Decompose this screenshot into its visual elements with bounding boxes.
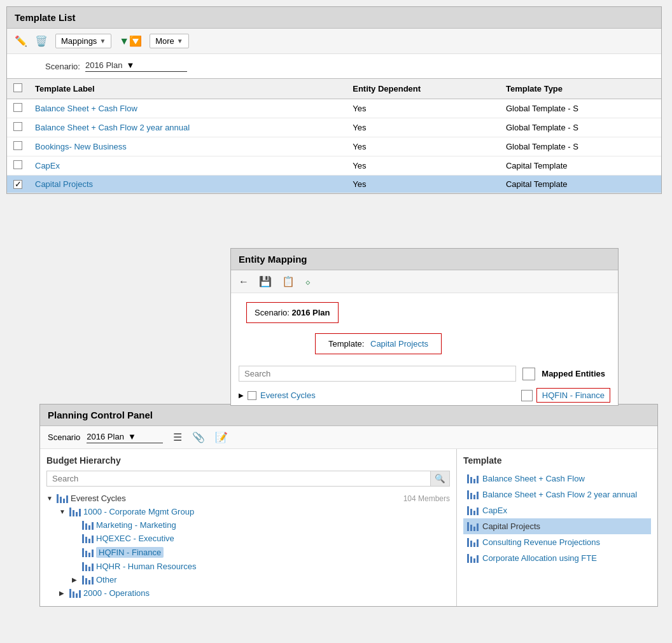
hqhr-label[interactable]: HQHR - Human Resources: [96, 562, 197, 571]
template-label-link[interactable]: Balance Sheet + Cash Flow 2 year annual: [35, 123, 190, 132]
template-list-item[interactable]: Balance Sheet + Cash Flow 2 year annual: [463, 487, 651, 502]
em-mapped-checkbox[interactable]: [521, 390, 533, 401]
header-checkbox-cell: [7, 79, 29, 99]
template-list-toolbar: ✏️ 🗑️ Mappings ▼ ▼🔽 More ▼: [7, 29, 661, 54]
root-members: 104 Members: [403, 494, 450, 503]
template-list-title: Template List: [7, 7, 661, 29]
root-arrow[interactable]: ▼: [46, 495, 54, 502]
em-mapped-entity[interactable]: HQFIN - Finance: [536, 388, 610, 403]
em-scenario-bar: Scenario: 2016 Plan: [246, 302, 339, 323]
pcp-scenario-select[interactable]: 2016 Plan ▼: [87, 432, 163, 443]
operations-arrow[interactable]: ▶: [59, 590, 67, 597]
row-checkbox[interactable]: [13, 141, 22, 150]
em-template-label: Template:: [328, 339, 364, 349]
table-row[interactable]: ✓ Capital Projects Yes Capital Template: [7, 176, 661, 193]
em-template-value: Capital Projects: [370, 339, 428, 349]
operations-icon: [69, 589, 81, 598]
em-filter-icon[interactable]: ⬦: [305, 276, 311, 287]
pcp-scenario-arrow[interactable]: ▼: [128, 432, 136, 441]
budget-search-input[interactable]: [47, 471, 430, 486]
pcp-edit-icon[interactable]: 📝: [215, 431, 228, 443]
em-delete-icon[interactable]: 📋: [282, 275, 295, 287]
tree-hqfin[interactable]: HQFIN - Finance: [72, 545, 450, 560]
tree-operations[interactable]: ▶ 2000 - Operations: [59, 586, 450, 600]
template-type: Global Template - S: [500, 118, 661, 137]
template-label-link[interactable]: Balance Sheet + Cash Flow: [35, 104, 137, 113]
marketing-label[interactable]: Marketing - Marketing: [96, 520, 176, 530]
scenario-label: Scenario:: [45, 62, 80, 71]
pcp-list-icon[interactable]: ☰: [173, 431, 182, 443]
template-item-label: Consulting Revenue Projections: [482, 537, 600, 547]
template-label-link[interactable]: CapEx: [35, 161, 60, 170]
template-type: Global Template - S: [500, 137, 661, 156]
scenario-select[interactable]: 2016 Plan ▼: [85, 60, 187, 72]
entity-mapping-toolbar: ← 💾 📋 ⬦: [231, 270, 618, 293]
template-label-link[interactable]: Bookings- New Business: [35, 142, 127, 151]
tree-corp-mgmt[interactable]: ▼ 1000 - Corporate Mgmt Group: [59, 505, 450, 518]
tree-hqexec[interactable]: HQEXEC - Executive: [72, 532, 450, 545]
filter-icon[interactable]: ▼🔽: [119, 35, 142, 47]
em-scenario-value: 2016 Plan: [292, 308, 330, 317]
table-row[interactable]: Balance Sheet + Cash Flow Yes Global Tem…: [7, 99, 661, 118]
more-button[interactable]: More ▼: [150, 34, 189, 48]
row-checkbox[interactable]: [13, 122, 22, 131]
budget-search-button[interactable]: 🔍: [430, 471, 449, 486]
tree-marketing[interactable]: Marketing - Marketing: [72, 518, 450, 532]
template-type: Capital Template: [500, 176, 661, 193]
template-list-item[interactable]: Balance Sheet + Cash Flow: [463, 471, 651, 487]
scenario-dropdown-arrow[interactable]: ▼: [126, 60, 134, 70]
mappings-dropdown-arrow: ▼: [99, 38, 106, 45]
corp-mgmt-arrow[interactable]: ▼: [59, 508, 67, 515]
template-bar-icon: [467, 522, 479, 531]
table-row[interactable]: Bookings- New Business Yes Global Templa…: [7, 137, 661, 156]
template-bar-icon: [467, 474, 479, 483]
table-row[interactable]: Balance Sheet + Cash Flow 2 year annual …: [7, 118, 661, 137]
corp-mgmt-label[interactable]: 1000 - Corporate Mgmt Group: [83, 507, 194, 516]
select-all-checkbox[interactable]: [13, 83, 22, 92]
entity-mapping-panel: Entity Mapping ← 💾 📋 ⬦ Scenario: 2016 Pl…: [230, 248, 619, 406]
template-bar-icon: [467, 538, 479, 547]
em-entity-name[interactable]: Everest Cycles: [260, 391, 316, 400]
operations-label[interactable]: 2000 - Operations: [83, 588, 150, 598]
template-list-item[interactable]: Corporate Allocation using FTE: [463, 550, 651, 566]
pcp-scenario-row: Scenario 2016 Plan ▼ ☰ 📎 📝: [40, 426, 657, 449]
entity-dependent: Yes: [346, 118, 500, 137]
hqexec-label[interactable]: HQEXEC - Executive: [96, 534, 174, 543]
em-search-input[interactable]: [239, 366, 516, 382]
tree-hqhr[interactable]: HQHR - Human Resources: [72, 560, 450, 573]
template-item-label: Corporate Allocation using FTE: [482, 553, 597, 563]
row-checkbox[interactable]: [13, 160, 22, 169]
back-icon[interactable]: ←: [239, 276, 249, 287]
table-row[interactable]: CapEx Yes Capital Template: [7, 156, 661, 176]
mappings-button[interactable]: Mappings ▼: [55, 34, 111, 48]
tree-other[interactable]: ▶ Other: [72, 573, 450, 586]
edit-icon[interactable]: ✏️: [15, 35, 27, 47]
template-item-label: Balance Sheet + Cash Flow 2 year annual: [482, 490, 637, 499]
template-section: Template Balance Sheet + Cash Flow Balan…: [457, 449, 657, 606]
template-list-item[interactable]: CapEx: [463, 502, 651, 518]
hqfin-icon: [82, 548, 94, 557]
entity-dependent: Yes: [346, 156, 500, 176]
save-icon[interactable]: 💾: [259, 275, 272, 287]
tree-root-row[interactable]: ▼ Everest Cycles 104 Members: [46, 492, 450, 505]
row-checkbox[interactable]: [13, 103, 22, 112]
pcp-attach-icon[interactable]: 📎: [192, 431, 205, 443]
row-checkbox[interactable]: ✓: [13, 180, 22, 189]
planning-panel: Planning Control Panel Scenario 2016 Pla…: [39, 404, 658, 607]
em-mapped-entities-label: Mapped Entities: [542, 369, 610, 378]
em-checkbox[interactable]: [522, 368, 535, 380]
template-list-item[interactable]: Capital Projects: [463, 518, 651, 534]
other-arrow[interactable]: ▶: [72, 576, 80, 583]
template-item-label: CapEx: [482, 506, 507, 515]
template-list-item[interactable]: Consulting Revenue Projections: [463, 534, 651, 550]
template-label-link[interactable]: Capital Projects: [35, 179, 93, 189]
pcp-scenario-label: Scenario: [48, 432, 80, 442]
other-label[interactable]: Other: [96, 575, 117, 584]
hqfin-label[interactable]: HQFIN - Finance: [96, 547, 164, 558]
template-bar-icon: [467, 490, 479, 499]
delete-icon[interactable]: 🗑️: [35, 35, 48, 47]
em-entity-checkbox[interactable]: [248, 391, 256, 400]
root-label: Everest Cycles: [71, 494, 126, 503]
hqhr-icon: [82, 562, 94, 571]
em-expand-arrow[interactable]: ▶: [239, 392, 244, 399]
